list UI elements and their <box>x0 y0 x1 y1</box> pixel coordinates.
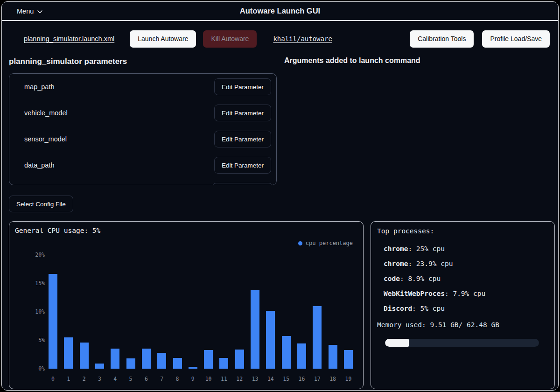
x-tick-label: 16 <box>297 376 306 382</box>
profile-load-save-button[interactable]: Profile Load/Save <box>482 30 550 48</box>
edit-parameter-button[interactable]: Edit Parameter <box>214 131 271 147</box>
system-panel: Top processes: chrome: 25% cpu chrome: 2… <box>371 221 555 389</box>
memory-progress-fill <box>385 339 409 347</box>
x-tick-label: 10 <box>204 376 213 382</box>
process-usage: : 23.9% cpu <box>408 260 453 267</box>
x-tick-label: 18 <box>329 376 337 382</box>
top-processes-title: Top processes: <box>377 227 434 235</box>
cpu-bar <box>219 358 228 369</box>
process-usage: : 5% cpu <box>412 305 445 312</box>
parameter-label: data_path <box>24 161 55 169</box>
x-tick-label: 4 <box>111 376 119 382</box>
process-row: Discord: 5% cpu <box>384 301 550 316</box>
x-tick-label: 6 <box>142 376 151 382</box>
launch-autoware-button[interactable]: Launch Autoware <box>130 30 196 48</box>
kill-autoware-button[interactable]: Kill Autoware <box>203 30 257 48</box>
x-tick-label: 13 <box>251 376 259 382</box>
process-row: chrome: 23.9% cpu <box>384 256 550 271</box>
menu-label: Menu <box>17 7 34 15</box>
x-tick-label: 14 <box>266 376 275 382</box>
parameters-heading: planning_simulator parameters <box>9 57 127 66</box>
app-window: Menu Autoware Launch GUI planning_simula… <box>1 1 559 391</box>
cpu-bar <box>329 345 337 369</box>
cpu-bar <box>173 358 182 369</box>
edit-parameter-button[interactable]: Edit Parameter <box>214 157 271 174</box>
edit-parameter-button[interactable]: Edit Parameter <box>214 105 271 121</box>
process-row: WebKitWebProces: 7.9% cpu <box>384 286 550 301</box>
y-tick-label: 15% <box>35 280 45 287</box>
x-tick-label: 8 <box>173 376 182 382</box>
x-tick-label: 12 <box>235 376 244 382</box>
cpu-bar <box>111 349 119 369</box>
parameter-row: data_path Edit Parameter <box>9 152 276 178</box>
cpu-bar <box>95 364 104 369</box>
process-row: chrome: 25% cpu <box>384 241 550 256</box>
process-name: chrome <box>384 245 408 252</box>
y-tick-label: 10% <box>35 308 45 315</box>
cpu-bar <box>157 353 166 369</box>
parameter-label: vehicle_model <box>24 109 68 117</box>
cpu-bar <box>235 350 244 369</box>
edit-parameter-button[interactable]: Edit Parameter <box>214 78 271 95</box>
y-tick-label: 0% <box>38 365 45 372</box>
process-usage: : 7.9% cpu <box>445 290 485 297</box>
cpu-usage-title: General CPU usage: 5% <box>15 227 100 234</box>
arguments-heading: Arguments added to launch command <box>284 56 420 65</box>
cpu-bar <box>282 336 291 369</box>
process-name: chrome <box>384 260 408 267</box>
chart-legend: cpu percentage <box>298 240 353 246</box>
process-usage: : 8.9% cpu <box>400 275 441 282</box>
process-name: WebKitWebProces <box>384 290 445 297</box>
x-tick-label: 19 <box>344 376 353 382</box>
process-list: chrome: 25% cpu chrome: 23.9% cpu code: … <box>384 241 550 316</box>
memory-progress-bar <box>385 339 539 347</box>
cpu-bar <box>266 311 275 369</box>
parameter-row: sensor_model Edit Parameter <box>9 126 276 152</box>
y-axis-labels: 0%5%10%15%20% <box>9 255 45 369</box>
process-row: code: 8.9% cpu <box>384 271 550 286</box>
y-tick-label: 20% <box>35 252 45 258</box>
cpu-bar <box>80 343 89 369</box>
cpu-bar <box>189 367 197 369</box>
cpu-bar <box>49 274 57 369</box>
parameter-label: sensor_model <box>24 135 67 143</box>
legend-label: cpu percentage <box>306 240 353 246</box>
parameters-card[interactable]: map_path Edit Parameter vehicle_model Ed… <box>9 73 277 185</box>
cpu-bar <box>64 337 73 369</box>
repo-link[interactable]: khalil/autoware <box>273 35 332 42</box>
process-usage: : 25% cpu <box>408 245 445 252</box>
app-title: Autoware Launch GUI <box>2 7 558 15</box>
launch-file-link[interactable]: planning_simulator.launch.xml <box>24 35 114 42</box>
select-config-file-button[interactable]: Select Config File <box>9 196 73 212</box>
cpu-bar <box>204 350 213 369</box>
x-tick-label: 11 <box>219 376 228 382</box>
cpu-usage-card: General CPU usage: 5% cpu percentage 0%5… <box>9 221 364 389</box>
x-tick-label: 3 <box>95 376 104 382</box>
toolbar: planning_simulator.launch.xml Launch Aut… <box>2 29 558 48</box>
edit-parameter-button-clipped <box>212 183 273 185</box>
cpu-bar <box>251 290 259 369</box>
process-name: Discord <box>384 305 412 312</box>
process-name: code <box>384 275 400 282</box>
parameter-label: map_path <box>24 83 55 91</box>
x-tick-label: 1 <box>64 376 73 382</box>
calibration-tools-button[interactable]: Calibration Tools <box>410 30 474 48</box>
cpu-bar <box>297 343 306 369</box>
x-tick-label: 5 <box>126 376 135 382</box>
parameter-row: vehicle_model Edit Parameter <box>9 100 276 126</box>
cpu-bar <box>313 306 322 369</box>
x-tick-label: 17 <box>313 376 322 382</box>
title-bar: Menu Autoware Launch GUI <box>2 2 558 21</box>
x-tick-label: 15 <box>282 376 291 382</box>
chevron-down-icon <box>37 7 42 15</box>
menu-button[interactable]: Menu <box>17 7 42 15</box>
cpu-bar <box>142 349 151 369</box>
parameter-row: map_path Edit Parameter <box>9 74 276 100</box>
bar-series <box>49 255 353 369</box>
x-tick-label: 9 <box>189 376 197 382</box>
x-tick-label: 2 <box>80 376 89 382</box>
legend-dot-icon <box>298 241 302 245</box>
x-tick-label: 7 <box>157 376 166 382</box>
cpu-bar <box>126 358 135 369</box>
x-tick-label: 0 <box>49 376 57 382</box>
